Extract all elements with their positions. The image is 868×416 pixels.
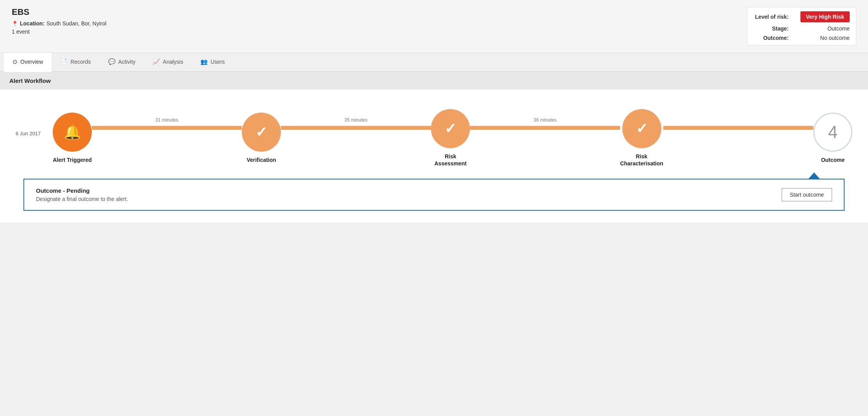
outcome-pending-title: Outcome - Pending: [36, 187, 128, 194]
outcome-pending-box: Outcome - Pending Designate a final outc…: [23, 179, 845, 211]
stage-value: Outcome: [827, 25, 850, 32]
page-title: EBS: [12, 7, 106, 17]
main-content: Alert Workflow 6 Jun 2017 🔔 Alert Trigge…: [0, 72, 868, 222]
tab-users[interactable]: 👥 Users: [192, 53, 234, 72]
records-icon: 📄: [60, 58, 68, 65]
header-info: EBS 📍 Location: South Sudan, Bor, Nyirol…: [12, 7, 106, 35]
outcome-arrow: [808, 172, 820, 179]
connector-2: 35 minutes: [281, 126, 431, 130]
timeline-track: 🔔 Alert Triggered 31 minutes ✓ Verificat…: [53, 109, 852, 167]
workflow-body: 6 Jun 2017 🔔 Alert Triggered 31 minutes: [0, 90, 868, 222]
risk-assessment-circle: ✓: [431, 109, 470, 148]
outcome-node-label: Outcome: [821, 156, 845, 163]
connector-2-label: 35 minutes: [345, 117, 368, 123]
tab-records[interactable]: 📄 Records: [52, 53, 99, 72]
workflow-title: Alert Workflow: [9, 77, 51, 84]
stage-label: Stage:: [754, 25, 793, 32]
node-alert-triggered: 🔔 Alert Triggered: [53, 113, 92, 163]
risk-info-box: Level of risk: Very High Risk Stage: Out…: [747, 7, 856, 45]
outcome-label: Outcome:: [754, 35, 793, 41]
outcome-number: 4: [828, 122, 838, 142]
node-risk-assessment: ✓ RiskAssessment: [431, 109, 470, 167]
timeline: 6 Jun 2017 🔔 Alert Triggered 31 minutes: [16, 101, 852, 171]
tab-activity-label: Activity: [118, 59, 136, 65]
check-icon-2: ✓: [445, 120, 456, 137]
tab-users-label: Users: [211, 59, 225, 65]
node-risk-characterisation: ✓ RiskCharacterisation: [620, 109, 663, 167]
node-verification: ✓ Verification: [242, 113, 281, 163]
location-row: 📍 Location: South Sudan, Bor, Nyirol: [12, 20, 106, 27]
connector-3: 36 minutes: [470, 126, 620, 130]
tabs-navigation: ⊙ Overview 📄 Records 💬 Activity 📈 Analys…: [0, 53, 868, 72]
risk-level-badge: Very High Risk: [800, 11, 850, 22]
risk-assessment-label: RiskAssessment: [434, 153, 467, 167]
activity-icon: 💬: [108, 58, 116, 65]
risk-characterisation-circle: ✓: [622, 109, 661, 148]
alert-triggered-circle: 🔔: [53, 113, 92, 152]
tab-analysis-label: Analysis: [163, 59, 183, 65]
connector-1-label: 31 minutes: [155, 117, 179, 123]
check-icon-1: ✓: [255, 124, 267, 140]
outcome-row: Outcome: No outcome: [754, 35, 850, 41]
risk-level-row: Level of risk: Very High Risk: [754, 11, 850, 22]
node-outcome: 4 Outcome: [813, 113, 852, 163]
outcome-circle: 4: [813, 113, 852, 152]
workflow-section: Alert Workflow 6 Jun 2017 🔔 Alert Trigge…: [0, 72, 868, 222]
verification-label: Verification: [246, 156, 276, 163]
events-count: 1 event: [12, 29, 106, 35]
risk-characterisation-label: RiskCharacterisation: [620, 153, 663, 167]
users-icon: 👥: [200, 58, 208, 65]
start-outcome-button[interactable]: Start outcome: [782, 188, 832, 201]
overview-icon: ⊙: [13, 58, 18, 65]
workflow-header: Alert Workflow: [0, 72, 868, 90]
tab-overview[interactable]: ⊙ Overview: [4, 53, 52, 72]
connector-4: [663, 126, 813, 130]
location-value: South Sudan, Bor, Nyirol: [46, 20, 106, 27]
tab-analysis[interactable]: 📈 Analysis: [144, 53, 192, 72]
page-header: EBS 📍 Location: South Sudan, Bor, Nyirol…: [0, 0, 868, 53]
location-icon: 📍: [12, 21, 18, 27]
stage-row: Stage: Outcome: [754, 25, 850, 32]
outcome-pending-description: Designate a final outcome to the alert.: [36, 196, 128, 202]
check-icon-3: ✓: [636, 120, 648, 137]
connector-1: 31 minutes: [92, 126, 242, 130]
tab-overview-label: Overview: [20, 59, 43, 65]
alert-triggered-label: Alert Triggered: [53, 156, 92, 163]
bell-icon: 🔔: [64, 124, 81, 140]
outcome-value: No outcome: [820, 35, 850, 41]
verification-circle: ✓: [242, 113, 281, 152]
tab-records-label: Records: [70, 59, 91, 65]
timeline-date: 6 Jun 2017: [16, 131, 45, 136]
risk-level-label: Level of risk:: [754, 14, 793, 20]
connector-3-label: 36 minutes: [534, 117, 557, 123]
tab-activity[interactable]: 💬 Activity: [100, 53, 144, 72]
analysis-icon: 📈: [153, 58, 160, 65]
location-label: Location:: [20, 20, 45, 27]
outcome-text: Outcome - Pending Designate a final outc…: [36, 187, 128, 202]
